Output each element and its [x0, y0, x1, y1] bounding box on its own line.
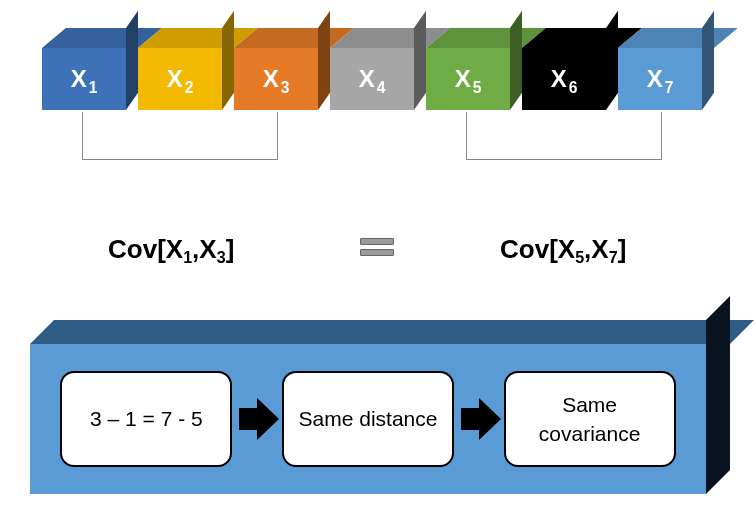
- cube-label: X1: [71, 65, 98, 93]
- pill-equation: 3 – 1 = 7 - 5: [60, 371, 232, 467]
- cov-left-label: Cov[X1,X3]: [108, 234, 234, 265]
- cube-x1: X1: [42, 28, 138, 110]
- variable-box-row: X1 X2 X3 X4 X5 X6: [42, 28, 714, 110]
- cube-x4: X4: [330, 28, 426, 110]
- bracket-x1-x3: [82, 112, 278, 160]
- cube-label: X7: [647, 65, 674, 93]
- cube-x3: X3: [234, 28, 330, 110]
- cube-x6: X6: [522, 28, 618, 110]
- cube-side: [126, 11, 138, 110]
- explanation-block: 3 – 1 = 7 - 5 Same distance Same covaria…: [30, 320, 730, 502]
- cube-label: X5: [455, 65, 482, 93]
- block-top-face: [30, 320, 754, 344]
- pill-covariance: Same covariance: [504, 371, 676, 467]
- cube-label: X2: [167, 65, 194, 93]
- pill-distance: Same distance: [282, 371, 454, 467]
- cube-label: X6: [551, 65, 578, 93]
- cube-x5: X5: [426, 28, 522, 110]
- bracket-x5-x7: [466, 112, 662, 160]
- cube-front: X1: [42, 48, 126, 110]
- cube-x7: X7: [618, 28, 714, 110]
- cube-x2: X2: [138, 28, 234, 110]
- cube-label: X3: [263, 65, 290, 93]
- cube-label: X4: [359, 65, 386, 93]
- cov-right-label: Cov[X5,X7]: [500, 234, 626, 265]
- equals-icon: [360, 238, 394, 260]
- block-side-face: [706, 296, 730, 494]
- block-front-face: 3 – 1 = 7 - 5 Same distance Same covaria…: [30, 344, 706, 494]
